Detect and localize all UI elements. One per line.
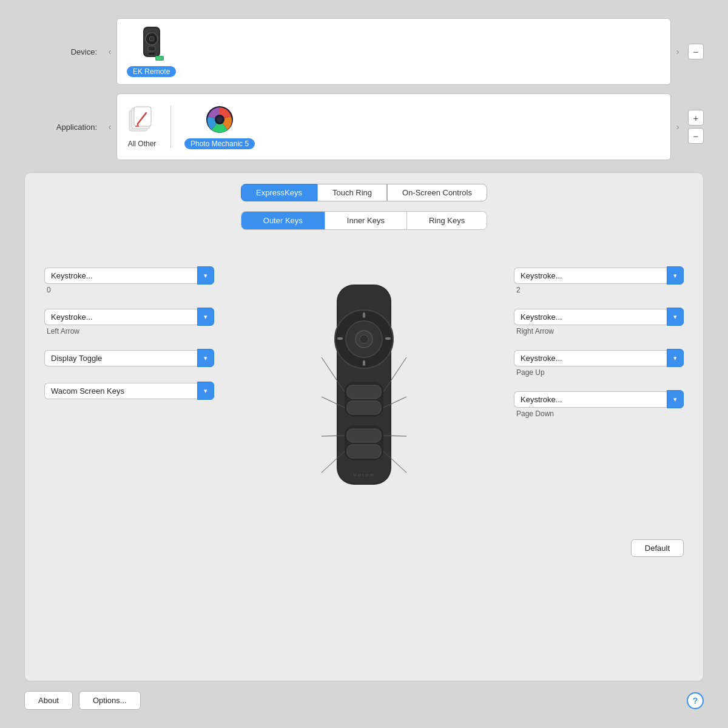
left-key-0: Keystroke... ▾ 0 [44,266,214,294]
application-label: Application: [24,123,97,132]
app-item-photomechanic[interactable]: Photo Mechanic 5 [184,104,255,149]
tab-onscreen[interactable]: On-Screen Controls [387,184,487,201]
left-key-1-select-wrapper: Keystroke... ▾ [44,308,214,326]
left-key-1-sublabel: Left Arrow [44,327,214,335]
about-button[interactable]: About [24,691,73,710]
svg-rect-8 [163,58,164,59]
right-key-0-sublabel: 2 [514,286,684,294]
svg-point-23 [360,335,368,343]
tabs-panel: ExpressKeys Touch Ring On-Screen Control… [24,172,704,681]
keys-layout: Keystroke... ▾ 0 Keystroke... ▾ Left Arr… [38,242,690,533]
device-minus-button[interactable]: − [688,44,704,59]
allother-icon [127,106,157,136]
right-key-1-select-wrapper: Keystroke... ▾ [514,308,684,326]
right-key-1-sublabel: Right Arrow [514,327,684,335]
right-key-3-select-wrapper: Keystroke... ▾ [514,390,684,408]
device-side-buttons: − [688,44,704,59]
left-key-2-dropdown[interactable]: ▾ [197,349,214,367]
subtab-innerkeys[interactable]: Inner Keys [325,212,407,229]
svg-text:wacom: wacom [353,471,375,477]
app-prev-arrow[interactable]: ‹ [103,109,116,145]
left-key-0-select[interactable]: Keystroke... [44,268,197,284]
device-card: EK Remote [116,18,671,85]
bottom-left-buttons: About Options... [24,691,141,710]
left-key-0-select-wrapper: Keystroke... ▾ [44,266,214,285]
ek-remote-icon [136,26,167,62]
device-label: Device: [24,47,97,56]
subtab-outerkeys[interactable]: Outer Keys [241,212,325,229]
left-key-0-dropdown[interactable]: ▾ [197,266,214,285]
svg-rect-32 [347,429,381,442]
right-key-1: Keystroke... ▾ Right Arrow [514,308,684,335]
application-card: All Other [116,93,671,160]
right-key-1-select[interactable]: Keystroke... [514,309,667,325]
left-key-2-select[interactable]: Display Toggle [44,350,197,366]
main-tab-bar: ExpressKeys Touch Ring On-Screen Control… [38,184,690,201]
svg-rect-24 [363,312,365,318]
right-keys-column: Keystroke... ▾ 2 Keystroke... ▾ Right Ar… [514,242,684,533]
photomechanic-name-badge[interactable]: Photo Mechanic 5 [184,138,255,149]
app-plus-button[interactable]: + [688,110,704,126]
device-name-badge[interactable]: EK Remote [127,66,176,77]
right-key-0: Keystroke... ▾ 2 [514,266,684,294]
svg-rect-5 [148,52,155,55]
right-key-0-select-wrapper: Keystroke... ▾ [514,266,684,285]
left-key-3-select-wrapper: Wacom Screen Keys ▾ [44,382,214,400]
help-button[interactable]: ? [687,692,704,709]
left-key-1-select[interactable]: Keystroke... [44,309,197,325]
device-next-arrow[interactable]: › [671,33,684,70]
options-button[interactable]: Options... [79,691,141,710]
right-key-2: Keystroke... ▾ Page Up [514,349,684,377]
svg-rect-4 [148,46,155,51]
svg-rect-30 [347,401,381,414]
photomechanic-icon [204,104,235,135]
left-key-3: Wacom Screen Keys ▾ [44,382,214,401]
left-keys-column: Keystroke... ▾ 0 Keystroke... ▾ Left Arr… [44,242,214,533]
left-key-2-select-wrapper: Display Toggle ▾ [44,349,214,367]
svg-rect-27 [385,337,391,340]
left-key-2: Display Toggle ▾ [44,349,214,368]
device-item-ekremote[interactable]: EK Remote [127,26,176,77]
device-illustration: wacom [214,242,514,533]
right-key-2-select[interactable]: Keystroke... [514,350,667,366]
allother-label: All Other [128,140,157,148]
svg-rect-26 [337,337,343,340]
tab-expresskeys[interactable]: ExpressKeys [241,184,317,201]
svg-rect-7 [157,57,162,60]
subtab-ringkeys[interactable]: Ring Keys [407,212,487,229]
default-button[interactable]: Default [631,539,684,557]
right-key-2-dropdown[interactable]: ▾ [667,349,684,367]
app-divider [170,106,171,148]
app-side-buttons: + − [688,110,704,144]
right-key-3: Keystroke... ▾ Page Down [514,390,684,418]
right-key-2-sublabel: Page Up [514,368,684,377]
left-key-3-select[interactable]: Wacom Screen Keys [44,383,197,399]
left-key-1-dropdown[interactable]: ▾ [197,308,214,326]
left-key-0-sublabel: 0 [44,286,214,294]
default-btn-row: Default [38,539,690,557]
right-key-2-select-wrapper: Keystroke... ▾ [514,349,684,367]
bottom-bar: About Options... ? [24,681,704,710]
right-key-1-dropdown[interactable]: ▾ [667,308,684,326]
app-item-allother[interactable]: All Other [127,106,157,148]
remote-svg: wacom [322,278,406,497]
right-key-3-select[interactable]: Keystroke... [514,391,667,408]
svg-point-17 [217,116,223,123]
sub-tab-bar: Outer Keys Inner Keys Ring Keys [241,211,487,230]
svg-rect-25 [363,360,365,366]
tab-touchring[interactable]: Touch Ring [317,184,387,201]
right-key-0-select[interactable]: Keystroke... [514,268,667,284]
app-next-arrow[interactable]: › [671,109,684,145]
svg-rect-29 [347,385,381,399]
left-key-3-dropdown[interactable]: ▾ [197,382,214,400]
right-key-3-sublabel: Page Down [514,410,684,418]
right-key-3-dropdown[interactable]: ▾ [667,390,684,408]
device-prev-arrow[interactable]: ‹ [103,33,116,70]
svg-point-3 [149,36,154,41]
left-key-1: Keystroke... ▾ Left Arrow [44,308,214,335]
app-minus-button[interactable]: − [688,128,704,144]
right-key-0-dropdown[interactable]: ▾ [667,266,684,285]
svg-rect-33 [347,445,381,458]
